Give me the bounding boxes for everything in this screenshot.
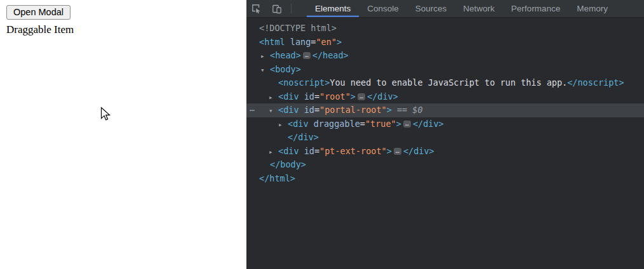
draggable-item[interactable]: Draggable Item (6, 23, 246, 36)
code-token: </html> (259, 173, 295, 183)
code-token: You need to enable JavaScript to run thi… (330, 77, 567, 88)
tab-network[interactable]: Network (455, 0, 503, 17)
code-token: > (351, 91, 356, 102)
code-token: > (337, 37, 342, 47)
code-token: </div> (288, 132, 319, 142)
collapsed-content-icon[interactable]: … (303, 52, 311, 59)
code-token: <div (278, 146, 299, 156)
screen: Open Modal Draggable Item ElementsConsol… (0, 0, 644, 269)
code-token: <body> (270, 64, 301, 74)
code-token: <div (288, 119, 309, 129)
code-token: <html (259, 37, 285, 47)
code-token: "portal-root" (319, 105, 387, 115)
code-token: = (314, 146, 319, 156)
code-token: > (387, 146, 392, 156)
expander-closed-icon[interactable]: ▸ (260, 49, 270, 63)
expander-closed-icon[interactable]: ▸ (278, 118, 288, 132)
code-token: <div (278, 105, 299, 115)
expander-open-icon[interactable]: ▾ (269, 104, 278, 118)
code-token: = (314, 105, 319, 115)
code-token: id (299, 105, 314, 115)
dom-tree[interactable]: <!DOCTYPE html><html lang="en">▸<head>…<… (246, 18, 644, 185)
expander-open-icon[interactable]: ▾ (260, 63, 270, 77)
node-div-close[interactable]: </div> (246, 131, 644, 145)
code-token: > (387, 105, 392, 115)
code-token: id (299, 91, 314, 102)
code-token: </body> (270, 159, 306, 169)
node-html[interactable]: <html lang="en"> (246, 36, 644, 49)
code-token: draggable (309, 119, 360, 129)
node-div-pt-ext-root[interactable]: ▸<div id="pt-ext-root">…</div> (246, 145, 644, 159)
code-token: </head> (312, 50, 349, 60)
code-token: <head> (270, 50, 301, 60)
code-token: </noscript> (567, 77, 624, 88)
code-token: </div> (413, 119, 444, 129)
expander-closed-icon[interactable]: ▸ (269, 91, 278, 105)
tab-elements[interactable]: Elements (307, 0, 359, 17)
tab-memory[interactable]: Memory (568, 0, 616, 17)
node-div-draggable[interactable]: ▸<div draggable="true">…</div> (246, 117, 644, 131)
expander-closed-icon[interactable]: ▸ (269, 145, 278, 159)
code-token: "pt-ext-root" (319, 146, 387, 156)
code-token: </div> (367, 91, 398, 102)
device-toolbar-icon[interactable] (267, 0, 287, 17)
code-token: == $0 (392, 105, 423, 115)
row-actions-icon[interactable]: ⋯ (250, 103, 253, 117)
node-body[interactable]: ▾<body> (246, 63, 644, 77)
node-div-portal-root[interactable]: ⋯▾<div id="portal-root"> == $0 (246, 103, 644, 117)
node-noscript[interactable]: <noscript>You need to enable JavaScript … (246, 76, 644, 90)
devtools-toolbar: ElementsConsoleSourcesNetworkPerformance… (246, 0, 644, 18)
node-head[interactable]: ▸<head>…</head> (246, 49, 644, 63)
tab-console[interactable]: Console (359, 0, 407, 17)
code-token: <div (278, 91, 299, 102)
collapsed-content-icon[interactable]: … (403, 121, 411, 128)
code-token: lang (285, 37, 311, 47)
mouse-cursor-icon (100, 107, 112, 122)
code-token: </div> (403, 146, 434, 156)
code-token: id (299, 146, 314, 156)
tab-bar: ElementsConsoleSourcesNetworkPerformance… (307, 0, 616, 17)
code-token: <!DOCTYPE html> (259, 23, 337, 33)
inspect-icon[interactable] (246, 0, 267, 17)
collapsed-content-icon[interactable]: … (394, 148, 401, 155)
code-token: "root" (319, 91, 351, 102)
node-html-close[interactable]: </html> (246, 172, 644, 186)
code-token: <noscript> (278, 77, 330, 88)
tab-performance[interactable]: Performance (503, 0, 568, 17)
devtools-panel: ElementsConsoleSourcesNetworkPerformance… (246, 0, 644, 269)
open-modal-button[interactable]: Open Modal (6, 5, 70, 20)
code-token: = (314, 91, 319, 102)
code-token: "true" (365, 119, 396, 129)
collapsed-content-icon[interactable]: … (358, 93, 365, 100)
code-token: = (360, 119, 365, 129)
web-page: Open Modal Draggable Item (0, 0, 246, 269)
node-div-root[interactable]: ▸<div id="root">…</div> (246, 90, 644, 104)
node-body-close[interactable]: </body> (246, 158, 644, 172)
code-token: "en" (316, 37, 337, 47)
toolbar-separator (291, 4, 292, 13)
tab-sources[interactable]: Sources (407, 0, 455, 17)
node-doctype[interactable]: <!DOCTYPE html> (246, 22, 644, 36)
code-token: > (396, 119, 401, 129)
